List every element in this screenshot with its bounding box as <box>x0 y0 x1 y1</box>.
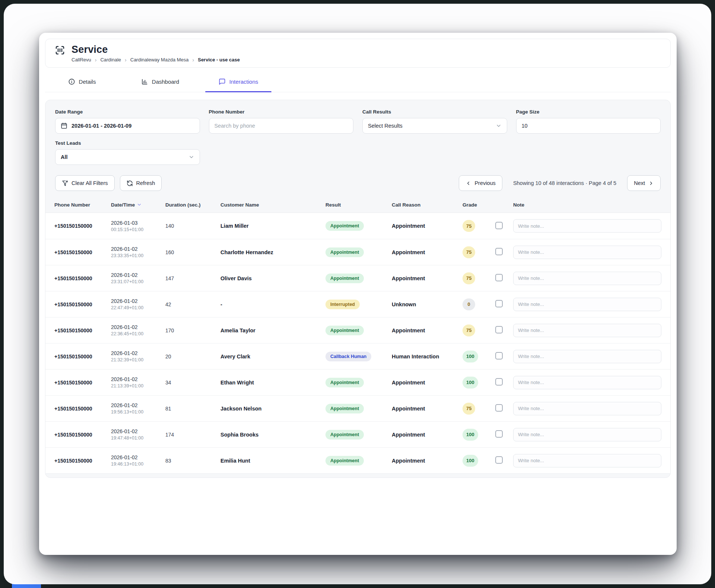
row-datetime: 2026-01-02 21:13:39+01:00 <box>111 376 165 389</box>
row-duration: 170 <box>165 327 220 333</box>
date-range-field: Date Range 2026-01-01 - 2026-01-09 <box>55 109 200 134</box>
phone-number-field: Phone Number <box>209 109 354 134</box>
tab-label: Details <box>79 79 96 85</box>
tab-dashboard[interactable]: Dashboard <box>127 71 193 92</box>
grade-badge: 0 <box>463 298 475 310</box>
grade-badge: 75 <box>463 246 475 258</box>
page-background: Service CallRevu › Cardinale › Cardinale… <box>4 4 711 584</box>
table-row: +150150150000 2026-01-02 22:36:45+01:00 … <box>45 317 670 343</box>
note-checkbox[interactable] <box>495 274 503 281</box>
page-size-input[interactable] <box>522 118 655 133</box>
note-input[interactable] <box>513 272 661 285</box>
row-customer: Avery Clark <box>220 354 325 359</box>
refresh-icon <box>127 180 133 186</box>
date-range-picker[interactable]: 2026-01-01 - 2026-01-09 <box>55 118 200 134</box>
note-input[interactable] <box>513 376 661 389</box>
table-row: +150150150000 2026-01-02 19:56:13+01:00 … <box>45 395 670 421</box>
row-time: 23:33:35+01:00 <box>111 253 165 258</box>
column-grade: Grade <box>463 202 495 208</box>
row-date: 2026-01-02 <box>111 402 165 408</box>
previous-label: Previous <box>474 180 495 186</box>
result-badge: Appointment <box>325 326 364 335</box>
breadcrumb-item[interactable]: Cardinaleway Mazda Mesa <box>130 57 189 63</box>
row-duration: 83 <box>165 458 220 464</box>
phone-search-input[interactable] <box>214 118 348 133</box>
row-duration: 42 <box>165 301 220 307</box>
test-leads-label: Test Leads <box>55 140 200 146</box>
note-input[interactable] <box>513 298 661 311</box>
table-row: +150150150000 2026-01-02 21:32:39+01:00 … <box>45 343 670 369</box>
result-badge: Appointment <box>325 456 364 466</box>
tab-interactions[interactable]: Interactions <box>205 71 271 92</box>
note-input[interactable] <box>513 454 661 467</box>
note-checkbox[interactable] <box>495 404 503 412</box>
page-size-label: Page Size <box>516 109 661 115</box>
note-checkbox[interactable] <box>495 326 503 333</box>
phone-search-control <box>209 118 354 134</box>
calendar-icon <box>61 122 67 129</box>
note-checkbox[interactable] <box>495 222 503 229</box>
row-phone: +150150150000 <box>54 432 111 438</box>
note-checkbox[interactable] <box>495 300 503 307</box>
note-checkbox[interactable] <box>495 378 503 386</box>
date-range-label: Date Range <box>55 109 200 115</box>
row-call-reason: Appointment <box>392 249 463 255</box>
row-phone: +150150150000 <box>54 458 111 464</box>
tab-label: Dashboard <box>152 79 179 85</box>
row-date: 2026-01-02 <box>111 246 165 252</box>
table-row: +150150150000 2026-01-02 22:47:49+01:00 … <box>45 291 670 317</box>
row-date: 2026-01-02 <box>111 324 165 330</box>
row-phone: +150150150000 <box>54 406 111 412</box>
clear-filters-label: Clear All Filters <box>72 180 108 186</box>
grade-badge: 100 <box>463 429 478 441</box>
grade-badge: 75 <box>463 403 475 415</box>
column-call-reason: Call Reason <box>392 202 463 208</box>
grade-badge: 75 <box>463 220 475 232</box>
grade-badge: 75 <box>463 325 475 336</box>
row-customer: Jackson Nelson <box>220 406 325 412</box>
note-input[interactable] <box>513 402 661 415</box>
note-checkbox[interactable] <box>495 456 503 464</box>
row-time: 22:36:45+01:00 <box>111 331 165 336</box>
row-call-reason: Unknown <box>392 301 463 307</box>
refresh-label: Refresh <box>136 180 155 186</box>
filters-section: Date Range 2026-01-01 - 2026-01-09 Phone… <box>45 100 670 191</box>
next-label: Next <box>634 180 645 186</box>
row-time: 23:31:07+01:00 <box>111 279 165 284</box>
pagination-summary: Showing 10 of 48 interactions · Page 4 o… <box>513 180 616 186</box>
clear-filters-button[interactable]: Clear All Filters <box>55 175 115 191</box>
row-date: 2026-01-02 <box>111 350 165 356</box>
next-page-button[interactable]: Next <box>627 175 661 191</box>
call-results-select[interactable]: Select Results <box>362 118 507 134</box>
note-input[interactable] <box>513 219 661 233</box>
breadcrumb-item[interactable]: CallRevu <box>72 57 91 63</box>
row-datetime: 2026-01-03 00:15:15+01:00 <box>111 220 165 232</box>
row-time: 19:56:13+01:00 <box>111 409 165 415</box>
row-time: 21:13:39+01:00 <box>111 383 165 389</box>
previous-page-button[interactable]: Previous <box>459 175 502 191</box>
table-body: +150150150000 2026-01-03 00:15:15+01:00 … <box>45 212 670 474</box>
note-checkbox[interactable] <box>495 248 503 255</box>
test-leads-select[interactable]: All <box>55 149 200 165</box>
column-date-time[interactable]: Date/Time <box>111 202 165 208</box>
note-input[interactable] <box>513 324 661 337</box>
row-duration: 140 <box>165 223 220 229</box>
note-input[interactable] <box>513 350 661 363</box>
row-call-reason: Appointment <box>392 380 463 386</box>
refresh-button[interactable]: Refresh <box>120 175 162 191</box>
column-customer-name: Customer Name <box>220 202 325 208</box>
note-checkbox[interactable] <box>495 352 503 359</box>
row-datetime: 2026-01-02 19:56:13+01:00 <box>111 402 165 415</box>
table-row: +150150150000 2026-01-02 19:46:13+01:00 … <box>45 447 670 473</box>
breadcrumb-item[interactable]: Cardinale <box>100 57 121 63</box>
grade-badge: 100 <box>463 455 478 467</box>
chevron-left-icon <box>465 180 471 186</box>
note-input[interactable] <box>513 246 661 259</box>
note-checkbox[interactable] <box>495 430 503 438</box>
row-phone: +150150150000 <box>54 223 111 229</box>
bar-chart-icon <box>141 78 148 85</box>
note-input[interactable] <box>513 428 661 441</box>
row-date: 2026-01-02 <box>111 428 165 434</box>
tab-details[interactable]: Details <box>49 71 115 92</box>
page-title: Service <box>72 44 240 55</box>
